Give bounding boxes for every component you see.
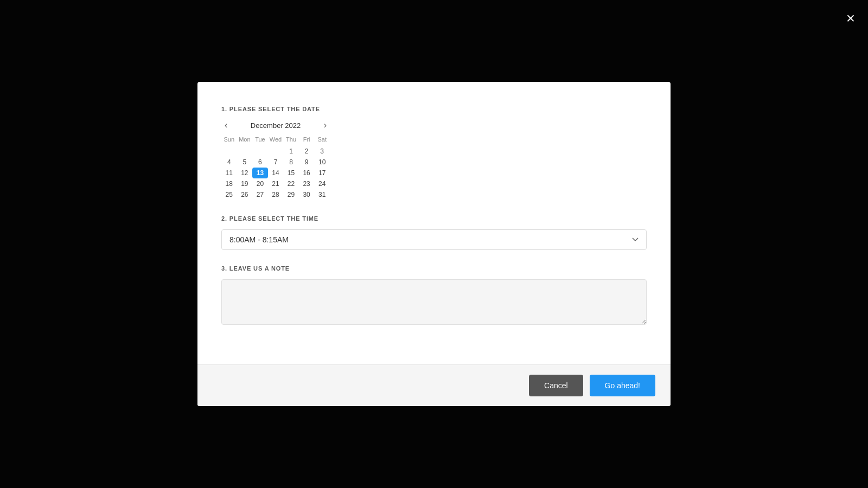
calendar-day[interactable]: 24 — [314, 178, 330, 189]
calendar-day[interactable]: 30 — [299, 189, 315, 200]
calendar-day[interactable]: 31 — [314, 189, 330, 200]
weekday-header-wed: Wed — [268, 135, 284, 146]
calendar-day[interactable]: 4 — [221, 157, 237, 168]
calendar-week-row: 123 — [221, 146, 330, 157]
calendar-day[interactable]: 7 — [268, 157, 284, 168]
calendar-day[interactable]: 27 — [252, 189, 268, 200]
calendar-grid: SunMonTueWedThuFriSat 123456789101112131… — [221, 135, 330, 200]
prev-month-button[interactable]: ‹ — [221, 120, 231, 131]
modal-body: 1. Please Select the Date ‹ December 202… — [197, 82, 671, 364]
calendar-day[interactable]: 15 — [283, 168, 299, 178]
calendar-day[interactable]: 5 — [237, 157, 253, 168]
calendar-month-year: December 2022 — [251, 121, 301, 130]
calendar-day — [221, 146, 237, 157]
calendar-day[interactable]: 20 — [252, 178, 268, 189]
next-month-button[interactable]: › — [321, 120, 330, 131]
confirm-button[interactable]: Go ahead! — [590, 375, 655, 396]
calendar-day[interactable]: 18 — [221, 178, 237, 189]
calendar-day — [268, 146, 284, 157]
calendar-day[interactable]: 17 — [314, 168, 330, 178]
calendar-day[interactable]: 29 — [283, 189, 299, 200]
calendar-day[interactable]: 8 — [283, 157, 299, 168]
cancel-button[interactable]: Cancel — [529, 375, 583, 396]
calendar-day[interactable]: 1 — [283, 146, 299, 157]
weekday-header-fri: Fri — [299, 135, 315, 146]
note-section-label: 3. Leave Us a Note — [221, 265, 647, 272]
calendar-nav: ‹ December 2022 › — [221, 120, 330, 131]
calendar-day[interactable]: 9 — [299, 157, 315, 168]
calendar-day[interactable]: 2 — [299, 146, 315, 157]
calendar-day[interactable]: 22 — [283, 178, 299, 189]
time-select[interactable]: 8:00AM - 8:15AM8:15AM - 8:30AM8:30AM - 8… — [221, 229, 647, 250]
date-section-label: 1. Please Select the Date — [221, 106, 647, 112]
calendar-day[interactable]: 28 — [268, 189, 284, 200]
calendar-week-row: 25262728293031 — [221, 189, 330, 200]
calendar-day[interactable]: 26 — [237, 189, 253, 200]
weekday-header-mon: Mon — [237, 135, 253, 146]
calendar-day[interactable]: 14 — [268, 168, 284, 178]
calendar-day[interactable]: 13 — [252, 168, 268, 178]
calendar-day[interactable]: 21 — [268, 178, 284, 189]
calendar-day — [237, 146, 253, 157]
calendar-week-row: 45678910 — [221, 157, 330, 168]
note-section: 3. Leave Us a Note — [221, 265, 647, 327]
calendar-week-row: 18192021222324 — [221, 178, 330, 189]
calendar-day[interactable]: 25 — [221, 189, 237, 200]
close-button[interactable]: × — [846, 11, 855, 26]
calendar-day — [252, 146, 268, 157]
calendar-day[interactable]: 6 — [252, 157, 268, 168]
time-section-label: 2. Please Select the Time — [221, 215, 647, 222]
calendar-day[interactable]: 10 — [314, 157, 330, 168]
booking-modal: 1. Please Select the Date ‹ December 202… — [197, 82, 671, 406]
calendar-day[interactable]: 16 — [299, 168, 315, 178]
weekday-header-sun: Sun — [221, 135, 237, 146]
weekday-header-thu: Thu — [283, 135, 299, 146]
calendar: ‹ December 2022 › SunMonTueWedThuFriSat … — [221, 120, 330, 200]
calendar-day[interactable]: 23 — [299, 178, 315, 189]
note-textarea[interactable] — [221, 279, 647, 325]
calendar-day[interactable]: 3 — [314, 146, 330, 157]
calendar-week-row: 11121314151617 — [221, 168, 330, 178]
modal-footer: Cancel Go ahead! — [197, 364, 671, 406]
calendar-day[interactable]: 19 — [237, 178, 253, 189]
calendar-day[interactable]: 11 — [221, 168, 237, 178]
weekday-header-sat: Sat — [314, 135, 330, 146]
time-section: 2. Please Select the Time 8:00AM - 8:15A… — [221, 215, 647, 250]
date-section: 1. Please Select the Date ‹ December 202… — [221, 106, 647, 200]
weekday-header-tue: Tue — [252, 135, 268, 146]
calendar-day[interactable]: 12 — [237, 168, 253, 178]
